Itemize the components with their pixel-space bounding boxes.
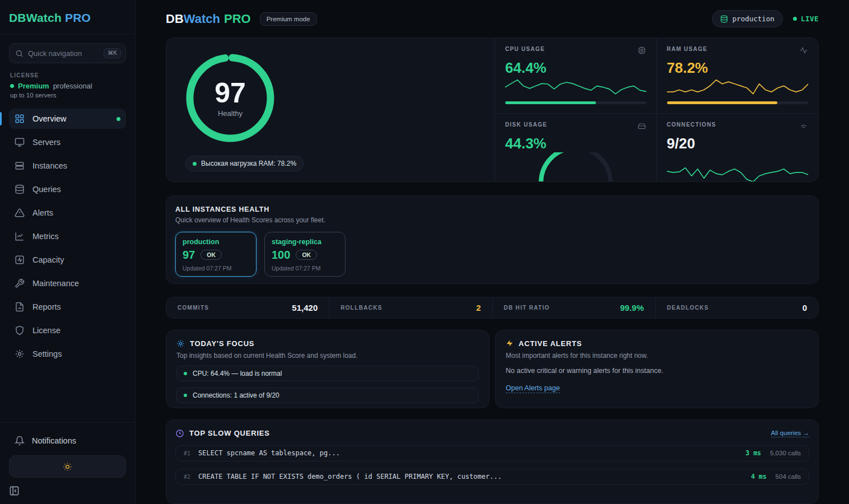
live-dot: [793, 17, 797, 21]
ram-usage-value: 78.2%: [667, 59, 809, 77]
logo-text-pro: PRO: [65, 11, 91, 24]
open-alerts-page-link[interactable]: Open Alerts page: [506, 384, 560, 393]
metrics-grid: CPU USAGE 64.4% RAM USAGE 78.2%: [495, 38, 818, 181]
database-icon: [15, 184, 25, 194]
search-input[interactable]: [28, 49, 99, 58]
connections-card: CONNECTIONS 9/20: [657, 114, 819, 181]
query-row[interactable]: #1 SELECT spcname AS tablespace, pg... 3…: [175, 445, 809, 461]
ram-usage-card: RAM USAGE 78.2%: [657, 38, 819, 114]
cpu-progress-bar: [505, 101, 646, 104]
query-calls: 5,030 calls: [770, 450, 801, 456]
sidebar-item-alerts[interactable]: Alerts: [9, 203, 126, 223]
stat-commits: COMMITS 51,420: [166, 297, 329, 318]
grid-icon: [15, 114, 25, 124]
sidebar-item-reports[interactable]: Reports: [9, 297, 126, 317]
query-sql: CREATE TABLE IF NOT EXISTS demo_orders (…: [198, 473, 502, 480]
instances-section-subtitle: Quick overview of Health Scores across y…: [175, 216, 809, 224]
sidebar-item-capacity[interactable]: Capacity: [9, 250, 126, 270]
health-score-help-link[interactable]: Learn how Health Score works: [310, 181, 405, 181]
wrench-icon: [15, 278, 25, 288]
sidebar-item-queries[interactable]: Queries: [9, 179, 126, 199]
query-rank: #1: [184, 450, 190, 456]
sidebar: DBWatchPRO ⌘K LICENSE Premium profession…: [0, 0, 136, 504]
license-limit: up to 10 servers: [10, 92, 125, 99]
license-label: LICENSE: [10, 72, 125, 78]
alerts-empty-message: No active critical or warning alerts for…: [506, 367, 808, 375]
open-metrics-link[interactable]: Open metrics: [185, 181, 226, 181]
sidebar-item-license[interactable]: License: [9, 320, 126, 340]
instance-name: production: [733, 15, 775, 23]
stats-row: COMMITS 51,420 ROLLBACKS 2 DB HIT RATIO …: [166, 297, 819, 319]
database-icon: [720, 15, 728, 23]
top-slow-queries-card: TOP SLOW QUERIES All queries → #1 SELECT…: [166, 419, 819, 504]
instance-name: staging-replica: [272, 238, 338, 246]
theme-toggle-button[interactable]: [9, 455, 126, 478]
slow-queries-title: TOP SLOW QUERIES: [189, 429, 270, 437]
sidebar-item-servers[interactable]: Servers: [9, 132, 126, 152]
open-slow-queries-link[interactable]: Open slow queries: [239, 181, 297, 181]
notifications-label: Notifications: [32, 436, 76, 445]
active-indicator-dot: [116, 117, 120, 121]
sidebar-divider: [0, 422, 135, 423]
quick-navigation-search[interactable]: ⌘K: [9, 43, 126, 63]
sidebar-item-label: Instances: [32, 161, 67, 170]
shield-icon: [15, 325, 25, 335]
query-sql: SELECT spcname AS tablespace, pg...: [198, 449, 340, 457]
instance-card-staging-replica[interactable]: staging-replica 100 OK Updated 07:27 PM: [264, 232, 346, 277]
focus-subtitle: Top insights based on current Health Sco…: [176, 352, 479, 360]
stat-commits-value: 51,420: [292, 303, 318, 312]
line-chart-icon: [15, 231, 25, 241]
health-warning-badge: Высокая нагрузка RAM: 78.2%: [185, 156, 304, 171]
license-status-dot: [10, 84, 14, 88]
stat-db-hit-ratio: DB HIT RATIO 99.9%: [492, 297, 655, 318]
sidebar-item-label: Metrics: [32, 232, 59, 241]
sidebar-item-instances[interactable]: Instances: [9, 156, 126, 176]
status-dot: [184, 372, 187, 375]
instance-updated: Updated 07:27 PM: [183, 265, 249, 272]
todays-focus-card: TODAY'S FOCUS Top insights based on curr…: [166, 330, 489, 408]
monitor-icon: [15, 137, 25, 147]
connections-value: 9/20: [667, 135, 809, 152]
notifications-button[interactable]: Notifications: [9, 432, 126, 450]
alerts-title: ACTIVE ALERTS: [519, 339, 582, 348]
badge-text: Высокая нагрузка RAM: 78.2%: [201, 160, 296, 167]
alert-triangle-icon: [15, 208, 25, 218]
stat-deadlocks: DEADLOCKS 0: [655, 297, 818, 318]
sidebar-item-label: Servers: [32, 138, 60, 147]
instance-selector[interactable]: production: [712, 10, 783, 27]
health-score-value: 97: [214, 79, 246, 107]
wifi-icon: [799, 122, 808, 130]
health-score-card: 97 Healthy Высокая нагрузка RAM: 78.2% O…: [166, 38, 819, 181]
instance-card-production[interactable]: production 97 OK Updated 07:27 PM: [175, 232, 256, 277]
gear-icon: [176, 339, 185, 348]
sun-icon: [63, 462, 72, 472]
sidebar-item-label: Settings: [32, 349, 62, 358]
health-score-ring: 97 Healthy: [185, 53, 276, 143]
sidebar-item-maintenance[interactable]: Maintenance: [9, 273, 126, 293]
license-tier: Premium: [18, 82, 49, 90]
ram-usage-label: RAM USAGE: [667, 46, 708, 52]
instance-name: production: [183, 238, 249, 246]
live-label: LIVE: [801, 15, 819, 23]
sidebar-item-overview[interactable]: Overview: [9, 109, 126, 129]
license-info: LICENSE Premium professional up to 10 se…: [10, 72, 125, 99]
gear-icon: [15, 349, 25, 359]
all-queries-link[interactable]: All queries →: [771, 430, 809, 437]
clock-icon: [175, 429, 184, 438]
cpu-icon: [637, 46, 646, 55]
sidebar-item-settings[interactable]: Settings: [9, 344, 126, 364]
sidebar-item-label: Overview: [32, 114, 66, 123]
disk-usage-value: 44.3%: [505, 135, 646, 152]
active-alerts-card: ACTIVE ALERTS Most important alerts for …: [495, 330, 819, 408]
page-title: DBWatchPRO: [166, 12, 251, 26]
alerts-subtitle: Most important alerts for this instance …: [506, 352, 808, 360]
keyboard-shortcut-badge: ⌘K: [104, 48, 121, 58]
instances-section-title: ALL INSTANCES HEALTH: [175, 206, 809, 213]
cpu-sparkline: [505, 77, 646, 96]
query-row[interactable]: #2 CREATE TABLE IF NOT EXISTS demo_order…: [175, 469, 809, 485]
license-plan: professional: [53, 82, 92, 90]
collapse-sidebar-button[interactable]: [9, 486, 22, 496]
sidebar-item-metrics[interactable]: Metrics: [9, 226, 126, 246]
sidebar-item-label: Capacity: [32, 255, 64, 264]
all-instances-health-card: ALL INSTANCES HEALTH Quick overview of H…: [166, 195, 819, 284]
